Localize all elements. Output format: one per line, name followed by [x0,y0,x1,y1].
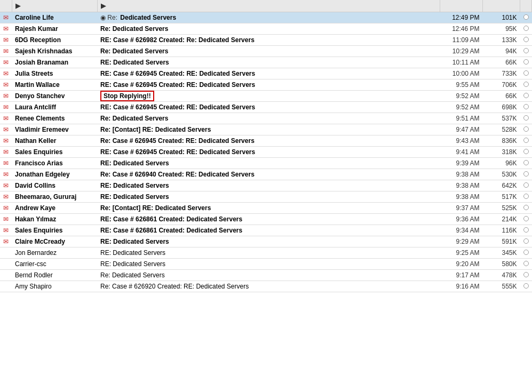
sender-cell: Julia Streets [12,68,97,79]
envelope-icon: ✉ [3,227,9,234]
sender-name: Bernd Rodler [15,271,53,279]
read-indicator-cell [520,225,532,236]
sender-name: David Collins [15,182,55,189]
date-cell: 9:51 AM [440,113,483,124]
sender-name: Caroline Life [15,14,54,21]
col-header-date[interactable] [440,0,483,12]
sender-name: Jonathan Edgeley [15,171,70,178]
table-row[interactable]: ✉Nathan KellerRe: Case # 626945 Created:… [0,135,532,147]
table-row[interactable]: Amy ShapiroRe: Case # 626920 Created: RE… [0,281,532,292]
subject-text: RE: Case # 626945 Created: RE: Dedicated… [100,70,255,77]
read-indicator-cell [520,46,532,57]
col-header-flag[interactable] [0,0,12,12]
table-row[interactable]: ✉Sales EnquiriesRE: Case # 626945 Create… [0,147,532,158]
table-row[interactable]: Bernd RodlerRe: Dedicated Servers9:17 AM… [0,270,532,281]
table-row[interactable]: ✉Sajesh KrishnadasRe: Dedicated Servers1… [0,46,532,57]
read-icon [523,93,529,98]
read-icon [523,82,529,87]
subject-text: RE: Case # 626861 Created: Dedicated Ser… [100,227,242,234]
subject-cell: Re: [Contact] RE: Dedicated Servers [97,124,440,135]
date-cell: 9:47 AM [440,124,483,135]
subject-text: Re: [Contact] RE: Dedicated Servers [100,204,211,212]
subject-cell: RE: Dedicated Servers [97,236,440,247]
envelope-icon: ✉ [3,70,9,77]
date-cell: 10:29 AM [440,46,483,57]
read-icon [523,272,529,277]
read-icon [523,138,529,143]
table-row[interactable]: ✉Sales EnquiriesRE: Case # 626861 Create… [0,225,532,236]
size-cell: 345K [483,247,520,259]
subject-text: RE: Case # 626945 Created: RE: Dedicated… [100,103,255,111]
read-indicator-cell [520,57,532,68]
sender-cell: Hakan Yılmaz [12,214,97,225]
col-header-who[interactable]: ▶ [12,0,97,12]
read-icon [523,37,529,42]
date-cell: 11:09 AM [440,35,483,46]
read-indicator-cell [520,169,532,180]
flag-cell: ✉ [0,102,12,113]
read-indicator-cell [520,135,532,147]
table-row[interactable]: ✉Vladimir EremeevRe: [Contact] RE: Dedic… [0,124,532,135]
table-row[interactable]: ✉Claire McCreadyRE: Dedicated Servers9:2… [0,236,532,247]
table-row[interactable]: ✉Laura AntcliffRE: Case # 626945 Created… [0,102,532,113]
table-row[interactable]: ✉Andrew KayeRe: [Contact] RE: Dedicated … [0,203,532,214]
sender-cell: David Collins [12,180,97,191]
table-row[interactable]: ✉Hakan YılmazRE: Case # 626861 Created: … [0,214,532,225]
sender-cell: Caroline Life [12,12,97,23]
table-row[interactable]: ✉6DG ReceptionRE: Case # 626982 Created:… [0,35,532,46]
table-row[interactable]: ✉Jonathan EdgeleyRe: Case # 626940 Creat… [0,169,532,180]
size-cell: 116K [483,225,520,236]
col-header-subject[interactable]: ▶ [97,0,440,12]
table-row[interactable]: Jon BernardezRE: Dedicated Servers9:25 A… [0,247,532,259]
size-cell: 66K [483,91,520,102]
read-icon [523,104,529,109]
table-row[interactable]: ✉Rajesh KumarRe: Dedicated Servers12:46 … [0,23,532,35]
table-row[interactable]: ✉Renee ClementsRe: Dedicated Servers9:51… [0,113,532,124]
date-cell: 9:41 AM [440,147,483,158]
sender-name: Hakan Yılmaz [15,215,56,223]
date-cell: 9:55 AM [440,79,483,91]
envelope-icon: ✉ [3,171,9,178]
sender-cell: 6DG Reception [12,35,97,46]
table-row[interactable]: ✉Bheemarao, GururajRE: Dedicated Servers… [0,191,532,203]
size-cell: 94K [483,46,520,57]
size-cell: 698K [483,102,520,113]
read-icon [523,14,529,20]
subject-cell: RE: Case # 626945 Created: RE: Dedicated… [97,79,440,91]
flag-cell: ✉ [0,68,12,79]
table-row[interactable]: ✉Denyo StanchevStop Replying!!9:52 AM66K [0,91,532,102]
subject-text: RE: Case # 626982 Created: Re: Dedicated… [100,36,255,44]
table-row[interactable]: ✉Francisco AriasRE: Dedicated Servers9:3… [0,158,532,169]
sender-name: Amy Shapiro [15,283,52,290]
read-indicator-cell [520,214,532,225]
envelope-icon: ✉ [3,193,9,201]
read-indicator-cell [520,236,532,247]
date-cell: 9:43 AM [440,135,483,147]
flag-cell: ✉ [0,236,12,247]
table-row[interactable]: ✉David CollinsRE: Dedicated Servers9:38 … [0,180,532,191]
subject-text: Re: Dedicated Servers [100,271,165,279]
table-row[interactable]: ✉Julia StreetsRE: Case # 626945 Created:… [0,68,532,79]
read-indicator-cell [520,68,532,79]
sender-name: Julia Streets [15,70,53,77]
sender-cell: Martin Wallace [12,79,97,91]
size-cell: 537K [483,113,520,124]
table-row[interactable]: ✉Josiah BranamanRE: Dedicated Servers10:… [0,57,532,68]
read-icon [523,149,529,154]
sender-cell: Francisco Arias [12,158,97,169]
email-list-table: ▶ ▶ ✉Caroline Life◉ Re: Dedicated Server… [0,0,532,292]
date-cell: 9:25 AM [440,247,483,259]
size-cell: 66K [483,57,520,68]
size-cell: 478K [483,270,520,281]
date-cell: 9:17 AM [440,270,483,281]
table-row[interactable]: ✉Martin WallaceRE: Case # 626945 Created… [0,79,532,91]
subject-text: Re: [Contact] RE: Dedicated Servers [100,126,211,133]
table-row[interactable]: ✉Caroline Life◉ Re: Dedicated Servers12:… [0,12,532,23]
date-cell: 9:34 AM [440,225,483,236]
subject-text: Dedicated Servers [118,14,176,21]
read-icon [523,205,529,210]
read-indicator-cell [520,102,532,113]
read-icon [523,171,529,177]
table-row[interactable]: Carrier-cscRE: Dedicated Servers9:20 AM5… [0,259,532,270]
subject-text: RE: Dedicated Servers [100,59,169,66]
